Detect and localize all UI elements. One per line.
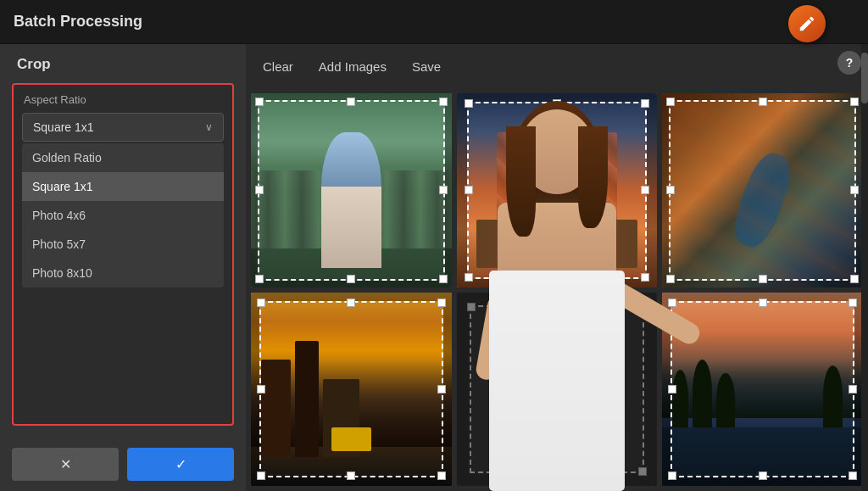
- image-cell-amusement[interactable]: [457, 93, 658, 287]
- panel-actions: ✕ ✓: [0, 438, 246, 491]
- title-bar: Batch Processing: [0, 0, 868, 44]
- image-grid: [246, 88, 868, 491]
- dropdown-selected-value: Square 1x1: [33, 120, 94, 134]
- aspect-ratio-section: Aspect Ratio Square 1x1 ∨ Golden Ratio S…: [12, 83, 234, 426]
- dropdown-item-photo-4x6[interactable]: Photo 4x6: [22, 201, 224, 230]
- aspect-ratio-label: Aspect Ratio: [22, 93, 224, 106]
- help-label: ?: [846, 56, 854, 70]
- save-button[interactable]: Save: [412, 59, 441, 74]
- image-cell-city[interactable]: [251, 293, 452, 487]
- image-cell-center-bottom[interactable]: [457, 293, 658, 487]
- aspect-ratio-dropdown[interactable]: Square 1x1 ∨: [22, 113, 224, 142]
- clear-button[interactable]: Clear: [263, 59, 293, 74]
- right-panel: Clear Add Images Save: [246, 44, 868, 491]
- crop-overlay-autumn: [669, 100, 856, 281]
- image-cell-greenhouse[interactable]: [251, 93, 452, 287]
- crop-header: Crop: [0, 44, 246, 83]
- add-images-button[interactable]: Add Images: [319, 59, 387, 74]
- pencil-icon-button[interactable]: [788, 5, 826, 42]
- crop-overlay-city: [259, 301, 443, 478]
- confirm-button[interactable]: ✓: [127, 448, 234, 481]
- crop-overlay-lake: [670, 301, 854, 478]
- image-cell-lake[interactable]: [662, 293, 863, 487]
- dropdown-item-golden-ratio[interactable]: Golden Ratio: [22, 143, 224, 172]
- image-cell-autumn[interactable]: [662, 93, 863, 287]
- crop-overlay-greenhouse: [258, 100, 445, 281]
- dropdown-item-photo-5x7[interactable]: Photo 5x7: [22, 230, 224, 259]
- pencil-icon: [798, 14, 816, 33]
- dropdown-list: Golden Ratio Square 1x1 Photo 4x6 Photo …: [22, 143, 224, 287]
- crop-overlay-amusement: [467, 102, 648, 279]
- crop-overlay-center: [470, 305, 645, 474]
- toolbar: Clear Add Images Save: [246, 44, 868, 88]
- dropdown-item-square-1x1[interactable]: Square 1x1: [22, 172, 224, 201]
- cancel-button[interactable]: ✕: [12, 448, 119, 481]
- app-title: Batch Processing: [14, 13, 142, 31]
- chevron-down-icon: ∨: [205, 121, 213, 133]
- help-button[interactable]: ?: [837, 51, 861, 75]
- scrollbar[interactable]: [861, 44, 868, 491]
- left-panel: Crop Aspect Ratio Square 1x1 ∨ Golden Ra…: [0, 44, 246, 491]
- scrollbar-thumb[interactable]: [861, 53, 868, 103]
- main-area: Crop Aspect Ratio Square 1x1 ∨ Golden Ra…: [0, 44, 868, 491]
- dropdown-item-photo-8x10[interactable]: Photo 8x10: [22, 259, 224, 287]
